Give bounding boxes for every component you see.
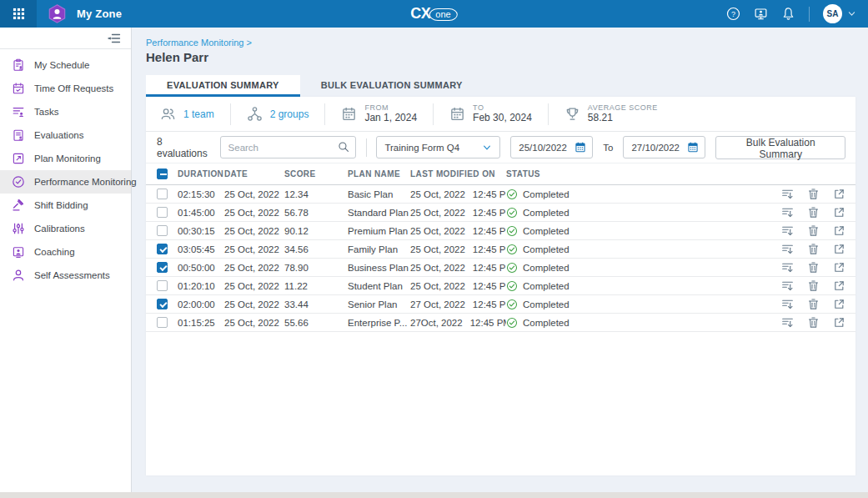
assign-playlist-add-icon[interactable] (781, 224, 794, 237)
help-icon[interactable] (726, 7, 740, 21)
page-title: Helen Parr (146, 50, 855, 64)
row-checkbox[interactable] (157, 244, 168, 254)
row-checkbox[interactable] (157, 262, 168, 273)
sidebar-item-coaching[interactable]: Coaching (0, 240, 131, 264)
cell-last-modified: 27Oct, 202212:45 PM (410, 318, 506, 328)
open-external-icon[interactable] (833, 316, 845, 329)
row-checkbox[interactable] (157, 280, 168, 291)
assign-playlist-add-icon[interactable] (781, 206, 794, 219)
logo-cx-text: CX (410, 5, 430, 23)
app-launcher-button[interactable] (0, 0, 37, 28)
cell-duration: 03:05:45 (178, 244, 224, 254)
delete-trash-icon[interactable] (807, 316, 820, 329)
form-filter-value: Training Form Q4 (384, 143, 459, 153)
assign-playlist-add-icon[interactable] (781, 298, 794, 310)
cell-score: 33.44 (284, 299, 348, 309)
sidebar-item-icon (12, 175, 25, 189)
cell-last-modified: 27 Oct, 202212:45 PM (410, 299, 506, 309)
search-input[interactable] (220, 136, 356, 158)
modified-date: 25 Oct, 2022 (410, 226, 465, 236)
breadcrumb[interactable]: Performance Monitoring > (146, 38, 855, 48)
row-checkbox[interactable] (157, 189, 168, 199)
tab-bulk-evaluation-summary[interactable]: BULK EVALUATION SUMMARY (300, 75, 484, 97)
cell-score: 55.66 (284, 318, 348, 328)
sidebar-item-shift-bidding[interactable]: Shift Bidding (0, 194, 131, 217)
row-checkbox[interactable] (157, 317, 168, 328)
calendar-picker-icon[interactable] (574, 141, 586, 153)
modified-date: 25 Oct, 2022 (410, 244, 465, 254)
open-external-icon[interactable] (833, 279, 845, 292)
sidebar-item-tasks[interactable]: Tasks (0, 100, 131, 123)
open-external-icon[interactable] (833, 261, 845, 274)
modified-date: 25 Oct, 2022 (410, 281, 465, 291)
delete-trash-icon[interactable] (807, 243, 820, 255)
groups-link[interactable]: 2 groups (270, 108, 309, 120)
row-checkbox[interactable] (157, 207, 168, 218)
sidebar-item-label: Performance Monitoring (34, 177, 137, 187)
cell-plan-name: Business Plan (348, 263, 410, 273)
table-row[interactable]: 02:00:00 25 Oct, 2022 33.44 Senior Plan … (146, 295, 855, 314)
table-row[interactable]: 03:05:45 25 Oct, 2022 34.56 Family Plan … (146, 240, 855, 259)
open-external-icon[interactable] (833, 243, 845, 255)
delete-trash-icon[interactable] (807, 279, 820, 292)
date-from-input[interactable] (519, 143, 570, 153)
form-filter-dropdown[interactable]: Training Form Q4 (376, 136, 500, 158)
groups-summary[interactable]: 2 groups (231, 103, 326, 125)
table-row[interactable]: 01:15:25 25 Oct, 2022 55.66 Enterprise P… (146, 314, 855, 332)
cell-plan-name: Enterprise P... (348, 318, 410, 328)
assign-playlist-add-icon[interactable] (781, 261, 794, 274)
table-row[interactable]: 02:15:30 25 Oct, 2022 12.34 Basic Plan 2… (146, 185, 855, 204)
delete-trash-icon[interactable] (807, 188, 820, 200)
delete-trash-icon[interactable] (807, 206, 820, 219)
delete-trash-icon[interactable] (807, 261, 820, 274)
delete-trash-icon[interactable] (807, 224, 820, 237)
delete-trash-icon[interactable] (807, 298, 820, 310)
completed-check-icon (506, 244, 518, 255)
assign-playlist-add-icon[interactable] (781, 188, 794, 200)
training-screen-icon[interactable] (754, 7, 768, 21)
team-link[interactable]: 1 team (183, 108, 214, 120)
date-to-input[interactable] (631, 143, 683, 153)
open-external-icon[interactable] (833, 188, 845, 200)
groups-icon (247, 106, 263, 122)
table-row[interactable]: 00:30:15 25 Oct, 2022 90.12 Premium Plan… (146, 222, 855, 240)
sidebar-item-self-assessments[interactable]: Self Assessments (0, 264, 131, 287)
cell-status: Completed (506, 225, 766, 237)
tab-evaluation-summary[interactable]: EVALUATION SUMMARY (146, 75, 300, 97)
sidebar-item-my-schedule[interactable]: My Schedule (0, 53, 131, 77)
assign-playlist-add-icon[interactable] (781, 243, 794, 255)
open-external-icon[interactable] (833, 298, 845, 310)
cell-plan-name: Standard Plan (348, 208, 410, 218)
sidebar-item-performance-monitoring[interactable]: Performance Monitoring (0, 170, 131, 194)
sidebar-item-calibrations[interactable]: Calibrations (0, 217, 131, 240)
notifications-bell-icon[interactable] (781, 7, 795, 21)
table-row[interactable]: 01:20:10 25 Oct, 2022 11.22 Student Plan… (146, 277, 855, 295)
main-content: Performance Monitoring > Helen Parr EVAL… (132, 28, 868, 492)
team-icon (160, 106, 176, 122)
team-summary[interactable]: 1 team (158, 103, 231, 125)
modified-date: 25 Oct, 2022 (410, 208, 465, 218)
cell-score: 34.56 (284, 244, 348, 254)
sidebar-item-icon (12, 58, 25, 72)
open-external-icon[interactable] (833, 224, 845, 237)
calendar-picker-icon[interactable] (687, 141, 699, 153)
row-checkbox[interactable] (157, 299, 168, 309)
row-checkbox[interactable] (157, 225, 168, 236)
sidebar-item-evaluations[interactable]: Evaluations (0, 123, 131, 147)
from-date-summary: FROM Jan 1, 2024 (325, 103, 434, 125)
sidebar-item-time-off-requests[interactable]: Time Off Requests (0, 77, 131, 100)
table-row[interactable]: 01:45:00 25 Oct, 2022 56.78 Standard Pla… (146, 204, 855, 222)
user-menu[interactable]: SA (823, 4, 856, 23)
search-icon[interactable] (338, 141, 349, 153)
from-value: Jan 1, 2024 (364, 113, 417, 124)
collapse-menu-icon[interactable] (108, 32, 121, 45)
select-all-checkbox[interactable] (157, 169, 168, 179)
open-external-icon[interactable] (833, 206, 845, 219)
assign-playlist-add-icon[interactable] (781, 316, 794, 329)
sidebar-item-plan-monitoring[interactable]: Plan Monitoring (0, 147, 131, 170)
bulk-evaluation-summary-button[interactable]: Bulk Evaluation Summary (715, 136, 845, 159)
table-header: DURATION DATE SCORE PLAN NAME LAST MODIF… (146, 163, 855, 185)
assign-playlist-add-icon[interactable] (781, 279, 794, 292)
cell-date: 25 Oct, 2022 (224, 299, 284, 309)
table-row[interactable]: 00:50:00 25 Oct, 2022 78.90 Business Pla… (146, 259, 855, 277)
